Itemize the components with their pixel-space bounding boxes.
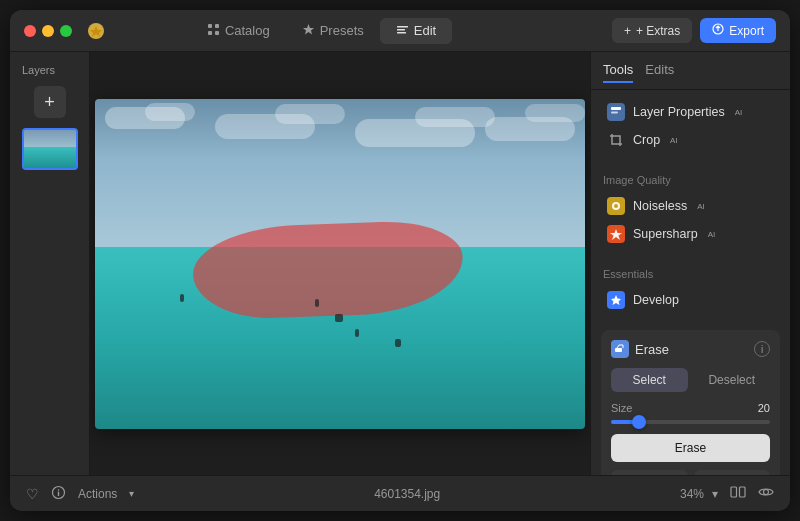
size-label: Size: [611, 402, 632, 414]
plus-icon: +: [624, 24, 631, 38]
ai-badge-noiseless: AI: [697, 202, 705, 211]
svg-point-20: [764, 490, 769, 495]
filename-label: 4601354.jpg: [146, 487, 668, 501]
erase-title-label: Erase: [635, 342, 669, 357]
title-nav: Catalog Presets Edit: [191, 18, 452, 44]
person-1: [180, 294, 184, 302]
size-row: Size 20: [611, 402, 770, 414]
catalog-tab-label: Catalog: [225, 23, 270, 38]
ai-badge-crop: AI: [670, 136, 678, 145]
cloud-2: [145, 103, 195, 121]
erase-icon: [611, 340, 629, 358]
person-3: [355, 329, 359, 337]
tool-layer-properties[interactable]: Layer Properties AI: [603, 98, 778, 126]
svg-rect-18: [731, 487, 737, 497]
svg-rect-9: [611, 107, 621, 110]
tool-layer-props-label: Layer Properties: [633, 105, 725, 119]
svg-point-12: [614, 204, 618, 208]
compare-icon[interactable]: [730, 484, 746, 503]
crop-icon: [607, 131, 625, 149]
svg-rect-17: [58, 491, 59, 496]
tool-noiseless[interactable]: Noiseless AI: [603, 192, 778, 220]
tools-section-essentials: Essentials Develop: [591, 256, 790, 322]
zoom-value[interactable]: 34%: [680, 487, 704, 501]
deselect-button[interactable]: Deselect: [694, 368, 771, 392]
edit-tab-label: Edit: [414, 23, 436, 38]
edit-icon: [396, 23, 409, 39]
canvas-area[interactable]: [90, 52, 590, 475]
essentials-header: Essentials: [603, 268, 778, 280]
catalog-icon: [207, 23, 220, 39]
svg-rect-2: [215, 24, 219, 28]
tab-edits[interactable]: Edits: [645, 62, 674, 83]
svg-marker-13: [610, 229, 622, 240]
presets-icon: [302, 23, 315, 39]
info-circle-icon[interactable]: [51, 485, 66, 503]
tool-develop[interactable]: Develop: [603, 286, 778, 314]
app-window: Catalog Presets Edit + + Extras: [10, 10, 790, 511]
bottom-bar: ♡ Actions ▾ 4601354.jpg 34% ▾: [10, 475, 790, 511]
close-button[interactable]: [24, 25, 36, 37]
extras-button[interactable]: + + Extras: [612, 18, 692, 43]
erase-panel: Erase i Select Deselect Size 20 Erase: [601, 330, 780, 475]
svg-point-16: [58, 489, 60, 491]
left-sidebar: Layers +: [10, 52, 90, 475]
tab-presets[interactable]: Presets: [286, 18, 380, 44]
image-quality-header: Image Quality: [603, 174, 778, 186]
plus-icon: +: [44, 92, 55, 113]
svg-rect-6: [397, 29, 405, 31]
tool-crop[interactable]: Crop AI: [603, 126, 778, 154]
info-button[interactable]: i: [754, 341, 770, 357]
size-value: 20: [758, 402, 770, 414]
tool-crop-label: Crop: [633, 133, 660, 147]
extras-label: + Extras: [636, 24, 680, 38]
slider-thumb: [632, 415, 646, 429]
upload-icon: [712, 23, 724, 38]
tool-noiseless-label: Noiseless: [633, 199, 687, 213]
erase-button[interactable]: Erase: [611, 434, 770, 462]
select-button[interactable]: Select: [611, 368, 688, 392]
app-icon: [86, 21, 106, 41]
export-button[interactable]: Export: [700, 18, 776, 43]
zoom-control: 34% ▾: [680, 487, 718, 501]
cloud-8: [525, 104, 585, 122]
cloud-4: [275, 104, 345, 124]
svg-rect-10: [611, 112, 618, 114]
tool-develop-label: Develop: [633, 293, 679, 307]
svg-rect-7: [397, 32, 406, 34]
tool-supersharp-label: Supersharp: [633, 227, 698, 241]
traffic-lights: [24, 25, 72, 37]
tools-section-quality: Image Quality Noiseless AI Supersharp AI: [591, 162, 790, 256]
actions-label[interactable]: Actions: [78, 487, 117, 501]
maximize-button[interactable]: [60, 25, 72, 37]
add-layer-button[interactable]: +: [34, 86, 66, 118]
tab-edit[interactable]: Edit: [380, 18, 452, 44]
layer-thumbnail[interactable]: [22, 128, 78, 170]
title-bar: Catalog Presets Edit + + Extras: [10, 10, 790, 52]
select-deselect-row: Select Deselect: [611, 368, 770, 392]
tool-supersharp[interactable]: Supersharp AI: [603, 220, 778, 248]
tab-tools[interactable]: Tools: [603, 62, 633, 83]
erase-title: Erase: [611, 340, 669, 358]
noiseless-icon: [607, 197, 625, 215]
svg-rect-3: [208, 31, 212, 35]
tools-section-main: Layer Properties AI Crop AI: [591, 90, 790, 162]
tab-catalog[interactable]: Catalog: [191, 18, 286, 44]
svg-rect-1: [208, 24, 212, 28]
main-content: Layers +: [10, 52, 790, 475]
eye-icon[interactable]: [758, 484, 774, 503]
supersharp-icon: [607, 225, 625, 243]
minimize-button[interactable]: [42, 25, 54, 37]
erase-header: Erase i: [611, 340, 770, 358]
person-2: [315, 299, 319, 307]
heart-icon[interactable]: ♡: [26, 486, 39, 502]
ai-badge-layer-props: AI: [735, 108, 743, 117]
svg-rect-14: [615, 348, 622, 352]
size-slider[interactable]: [611, 420, 770, 424]
panel-tabs: Tools Edits: [591, 52, 790, 90]
presets-tab-label: Presets: [320, 23, 364, 38]
ai-badge-supersharp: AI: [708, 230, 716, 239]
export-label: Export: [729, 24, 764, 38]
svg-rect-4: [215, 31, 219, 35]
layers-label: Layers: [22, 64, 55, 76]
